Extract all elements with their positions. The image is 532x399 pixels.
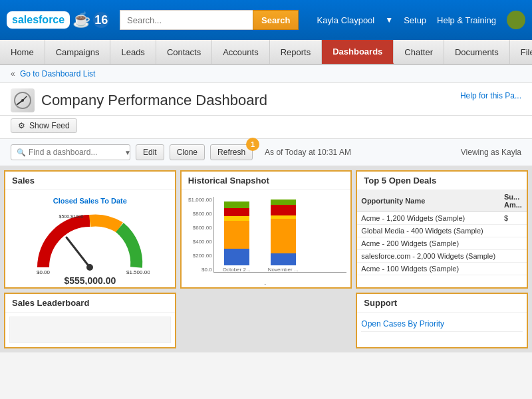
help-training-link[interactable]: Help & Training	[437, 15, 496, 25]
chart-x-axis-label: As of Date	[186, 283, 347, 285]
nav-documents[interactable]: Documents	[444, 40, 510, 64]
nav-dashboards[interactable]: Dashboards	[322, 40, 394, 64]
open-cases-link[interactable]: Open Cases By Priority	[361, 317, 523, 332]
sales-leaderboard-body	[5, 313, 175, 344]
find-dashboard-input[interactable]	[29, 148, 122, 157]
bar-seg-1	[271, 253, 296, 265]
edit-button[interactable]: Edit	[136, 144, 164, 160]
find-dashboard-wrapper: 🔍 ▼	[11, 144, 130, 160]
top5-panel-title: Top 5 Open Deals	[357, 172, 527, 190]
dropdown-chevron: ▼	[385, 15, 393, 25]
deals-table-header: Opportunity Name Su...Am...	[357, 190, 527, 212]
sales-panel-title: Sales	[5, 172, 175, 190]
page-title-area: Company Performance Dashboard	[11, 88, 267, 112]
deal-row-2: Global Media - 400 Widgets (Sample)	[357, 225, 527, 237]
sales-panel-body: Closed Sales To Date $0.00 $500,$1000 $1…	[5, 190, 175, 285]
refresh-wrapper: Refresh 1	[210, 144, 253, 160]
y-axis: $1,000.00 $800.00 $600.00 $400.00 $200.0…	[186, 197, 212, 273]
nav-campaigns[interactable]: Campaigns	[45, 40, 111, 64]
clone-button[interactable]: Clone	[170, 144, 205, 160]
header-right: Kayla Claypool ▼ Setup Help & Training	[317, 11, 525, 29]
dashboard-content: Sales Closed Sales To Date $0.00 $500,$1…	[0, 166, 532, 352]
help-page-link[interactable]: Help for this Pa...	[460, 88, 521, 100]
historical-panel-title: Historical Snapshot	[182, 172, 351, 190]
historical-panel: Historical Snapshot $1,000.00 $800.00 $6…	[180, 170, 352, 289]
svg-text:$500,$1000: $500,$1000	[59, 214, 84, 219]
col-opportunity-name: Opportunity Name	[357, 190, 500, 212]
show-feed-bar: ⚙ Show Feed	[0, 116, 532, 139]
bar-nov: November ...	[267, 199, 300, 273]
logo-area: salesforce ☕ 16	[7, 11, 113, 29]
bottom-middle-empty	[180, 293, 352, 348]
bar-oct: October 2...	[220, 199, 253, 273]
deal-name-1: Acme - 1,200 Widgets (Sample)	[357, 212, 500, 225]
bar-nov-stack	[271, 199, 296, 265]
sales-panel: Sales Closed Sales To Date $0.00 $500,$1…	[4, 170, 176, 289]
deal-name-4: salesforce.com - 2,000 Widgets (Sample)	[357, 250, 500, 263]
support-panel-title: Support	[357, 294, 527, 313]
deal-amount-2	[500, 225, 527, 237]
gauge-svg: $0.00 $500,$1000 $1,500,000	[30, 207, 150, 274]
deal-row-5: Acme - 100 Widgets (Sample)	[357, 263, 527, 275]
nav-reports[interactable]: Reports	[270, 40, 323, 64]
bar-seg-4	[271, 205, 296, 215]
nav-home[interactable]: Home	[0, 40, 45, 64]
nav-files[interactable]: Files	[510, 40, 532, 64]
sales-leaderboard-title: Sales Leaderboard	[5, 294, 175, 313]
find-dropdown-arrow[interactable]: ▼	[124, 149, 131, 156]
deal-amount-4	[500, 250, 527, 263]
nav-contacts[interactable]: Contacts	[156, 40, 212, 64]
notification-badge: 16	[93, 12, 109, 28]
show-feed-button[interactable]: ⚙ Show Feed	[11, 118, 77, 133]
top-header: salesforce ☕ 16 Search Kayla Claypool ▼ …	[0, 0, 532, 40]
deal-amount-1: $	[500, 212, 527, 225]
nav-leads[interactable]: Leads	[110, 40, 156, 64]
step-badge: 1	[246, 138, 259, 151]
gauge-amount: $555,000.00	[12, 275, 168, 285]
top5-panel: Top 5 Open Deals Opportunity Name Su...A…	[356, 170, 528, 289]
col-amount: Su...Am...	[500, 190, 527, 212]
svg-point-3	[86, 264, 93, 271]
avatar	[507, 11, 525, 29]
deal-name-5: Acme - 100 Widgets (Sample)	[357, 263, 500, 275]
leaderboard-placeholder	[9, 317, 171, 343]
page-header: Company Performance Dashboard Help for t…	[0, 83, 532, 116]
historical-panel-body: $1,000.00 $800.00 $600.00 $400.00 $200.0…	[182, 190, 351, 285]
setup-link[interactable]: Setup	[404, 15, 426, 25]
as-of-text: As of Today at 10:31 AM	[265, 148, 351, 157]
go-to-dashboard-list-link[interactable]: Go to Dashboard List	[20, 69, 95, 78]
search-area: Search	[120, 10, 306, 30]
search-button[interactable]: Search	[253, 10, 299, 30]
bar-nov-label: November ...	[267, 267, 300, 273]
bar-seg-3	[224, 216, 249, 221]
deal-amount-5	[500, 263, 527, 275]
top5-panel-body: Opportunity Name Su...Am... Acme - 1,200…	[357, 190, 527, 285]
gauge-title: Closed Sales To Date	[12, 197, 168, 205]
bar-seg-1	[224, 249, 249, 265]
support-panel: Support Open Cases By Priority	[356, 293, 528, 348]
search-input[interactable]	[120, 10, 253, 30]
breadcrumb-chevron: «	[11, 69, 15, 78]
bar-oct-stack	[224, 199, 249, 265]
nav-chatter[interactable]: Chatter	[394, 40, 444, 64]
dashboard-toolbar: 🔍 ▼ Edit Clone Refresh 1 As of Today at …	[0, 139, 532, 166]
deal-name-3: Acme - 200 Widgets (Sample)	[357, 237, 500, 250]
deal-row-4: salesforce.com - 2,000 Widgets (Sample)	[357, 250, 527, 263]
bar-seg-2	[271, 219, 296, 253]
feed-icon: ⚙	[18, 121, 25, 130]
viewing-as-text: Viewing as Kayla	[461, 148, 521, 157]
nav-accounts[interactable]: Accounts	[212, 40, 269, 64]
gauge-container: Closed Sales To Date $0.00 $500,$1000 $1…	[9, 194, 171, 285]
bar-groups: October 2... November ...	[213, 199, 347, 273]
svg-point-1	[21, 99, 24, 102]
svg-text:$1,500,000: $1,500,000	[126, 269, 150, 274]
dashboard-icon	[11, 88, 35, 112]
support-panel-body: Open Cases By Priority	[357, 313, 527, 336]
user-name[interactable]: Kayla Claypool	[317, 15, 375, 25]
salesforce-logo: salesforce	[7, 11, 70, 29]
bar-seg-5	[271, 200, 296, 205]
bar-seg-2	[224, 221, 249, 249]
svg-text:$0.00: $0.00	[37, 269, 51, 274]
search-mini-icon: 🔍	[17, 148, 26, 157]
coffee-icon: ☕	[72, 11, 90, 29]
